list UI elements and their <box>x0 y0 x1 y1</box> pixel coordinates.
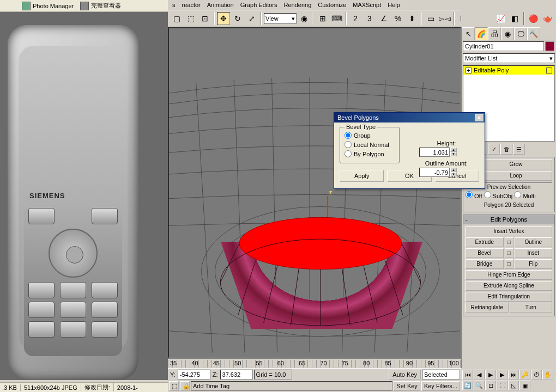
preview-multi-radio[interactable]: Multi <box>514 191 535 199</box>
object-name-field[interactable]: Cylinder01 <box>463 41 544 51</box>
bridge-button[interactable]: Bridge <box>466 259 504 269</box>
angle-snap-icon[interactable]: ∠ <box>377 12 390 25</box>
z-coord-field[interactable]: 37.632 <box>220 370 253 379</box>
mirror-icon[interactable]: ▻◅ <box>438 12 451 25</box>
next-frame-icon[interactable]: ▶ <box>497 370 507 379</box>
spin-up-icon[interactable]: ▲ <box>450 168 457 172</box>
motion-tab-icon[interactable]: ◉ <box>501 27 514 40</box>
extrude-settings-icon[interactable]: □ <box>505 237 513 247</box>
radio-local-normal[interactable]: Local Normal <box>345 141 395 148</box>
preview-subobj-radio[interactable]: SubObj <box>484 191 513 199</box>
snap-3d-icon[interactable]: 3 <box>363 12 376 25</box>
pan-view-icon[interactable]: ✋ <box>542 370 553 379</box>
bridge-settings-icon[interactable]: □ <box>505 259 513 269</box>
hinge-from-edge-button[interactable]: Hinge From Edge <box>466 270 552 280</box>
goto-start-icon[interactable]: ⏮ <box>462 370 473 379</box>
time-ruler[interactable]: 354045 505560 657075 808590 95100 <box>168 358 461 368</box>
modify-tab-icon[interactable]: 🌈 <box>475 27 488 40</box>
outline-input[interactable] <box>419 168 450 177</box>
menu-rendering[interactable]: Rendering <box>281 2 315 8</box>
close-icon[interactable]: × <box>475 114 484 121</box>
photo-manager-link[interactable]: Photo Manager <box>22 2 74 10</box>
apply-button[interactable]: Apply <box>340 170 384 182</box>
snap-2d-icon[interactable]: 2 <box>349 12 362 25</box>
menu-help[interactable]: Help <box>384 2 403 8</box>
zoom-icon[interactable]: 🔍 <box>474 381 485 390</box>
time-config-icon[interactable]: ⏱ <box>531 370 542 379</box>
script-listener-icon[interactable]: ⬚ <box>169 381 179 391</box>
zoom-all-icon[interactable]: ⊡ <box>485 381 496 390</box>
hierarchy-tab-icon[interactable]: 品 <box>488 27 501 40</box>
menu-reactor[interactable]: reactor <box>179 2 204 8</box>
inset-button[interactable]: Inset <box>515 248 553 258</box>
insert-vertex-button[interactable]: Insert Vertex <box>466 226 552 236</box>
menu-maxscript[interactable]: MAXScript <box>349 2 384 8</box>
select-crossing-icon[interactable]: ⊡ <box>198 12 211 25</box>
pivot-icon[interactable]: ◉ <box>298 12 311 25</box>
retriangulate-button[interactable]: Retriangulate <box>466 303 509 313</box>
spin-up-icon[interactable]: ▲ <box>450 148 457 152</box>
schematic-view-icon[interactable]: ◧ <box>508 12 521 25</box>
expand-icon[interactable]: + <box>466 68 472 74</box>
key-filter-dropdown[interactable]: Selected <box>422 370 460 379</box>
extrude-along-spline-button[interactable]: Extrude Along Spline <box>466 281 552 291</box>
move-tool-icon[interactable]: ✥ <box>217 12 230 25</box>
perspective-viewport[interactable]: z x y ✥ <box>168 27 461 358</box>
rollout-header[interactable]: -Edit Polygons <box>463 215 554 224</box>
spin-down-icon[interactable]: ▼ <box>450 152 457 156</box>
radio-group[interactable]: Group <box>345 132 395 139</box>
keyboard-shortcut-icon[interactable]: ⌨ <box>330 12 343 25</box>
object-color-swatch[interactable] <box>545 41 555 51</box>
y-coord-field[interactable]: -54.275 <box>178 370 210 379</box>
extrude-button[interactable]: Extrude <box>466 237 504 247</box>
radio-by-polygon[interactable]: By Polygon <box>345 150 395 157</box>
key-mode-icon[interactable]: 🔑 <box>519 370 530 379</box>
stack-toggle-icon[interactable] <box>546 68 552 74</box>
loop-button[interactable]: Loop <box>480 171 552 181</box>
reference-coord-dropdown[interactable]: View▾ <box>264 13 297 24</box>
auto-key-button[interactable]: Auto Key <box>389 370 421 379</box>
create-tab-icon[interactable]: ↖ <box>462 27 475 40</box>
grow-button[interactable]: Grow <box>480 160 552 169</box>
goto-end-icon[interactable]: ⏭ <box>508 370 519 379</box>
display-tab-icon[interactable]: 🖵 <box>514 27 527 40</box>
menu-s[interactable]: s <box>169 2 179 8</box>
remove-modifier-icon[interactable]: 🗑 <box>500 144 512 155</box>
spin-down-icon[interactable]: ▼ <box>450 172 457 176</box>
editable-poly-item[interactable]: + Editable Poly <box>463 66 554 75</box>
dialog-titlebar[interactable]: Bevel Polygons × <box>334 113 485 122</box>
bevel-button[interactable]: Bevel <box>466 248 504 258</box>
outline-button[interactable]: Outline <box>515 237 553 247</box>
play-icon[interactable]: ▶ <box>485 370 496 379</box>
outline-spinner[interactable]: ▲▼ <box>419 168 474 177</box>
select-window-icon[interactable]: ⬚ <box>184 12 197 25</box>
zoom-extents-icon[interactable]: ⛶ <box>497 381 507 390</box>
edit-triangulation-button[interactable]: Edit Triangulation <box>466 292 552 302</box>
field-of-view-icon[interactable]: ◺ <box>508 381 519 390</box>
utilities-tab-icon[interactable]: 🔨 <box>527 27 540 40</box>
render-scene-icon[interactable]: 🫖 <box>541 12 554 25</box>
spinner-snap-icon[interactable]: ⬍ <box>406 12 419 25</box>
select-manipulate-icon[interactable]: ⊞ <box>316 12 329 25</box>
named-selection-icon[interactable]: ▭ <box>424 12 437 25</box>
menu-graph-editors[interactable]: Graph Editors <box>237 2 281 8</box>
lock-selection-icon[interactable]: 🔒 <box>180 381 190 391</box>
add-time-tag[interactable]: Add Time Tag <box>191 381 392 391</box>
percent-snap-icon[interactable]: % <box>391 12 404 25</box>
flip-button[interactable]: Flip <box>515 259 553 269</box>
bevel-settings-icon[interactable]: □ <box>505 248 513 258</box>
curve-editor-icon[interactable]: 📈 <box>494 12 507 25</box>
set-key-button[interactable]: Set Key <box>394 381 420 391</box>
menu-customize[interactable]: Customize <box>315 2 349 8</box>
height-input[interactable] <box>419 148 450 157</box>
rotate-tool-icon[interactable]: ↻ <box>231 12 244 25</box>
make-unique-icon[interactable]: ✓ <box>488 144 500 155</box>
full-viewer-link[interactable]: 完整查看器 <box>80 2 121 10</box>
prev-frame-icon[interactable]: ◀ <box>474 370 485 379</box>
turn-button[interactable]: Turn <box>510 303 553 313</box>
material-editor-icon[interactable]: 🔴 <box>527 12 540 25</box>
modifier-list-dropdown[interactable]: Modifier List▾ <box>463 53 555 63</box>
arc-rotate-icon[interactable]: 🔄 <box>462 381 473 390</box>
select-region-icon[interactable]: ▢ <box>170 12 183 25</box>
key-filters-button[interactable]: Key Filters... <box>421 381 460 391</box>
